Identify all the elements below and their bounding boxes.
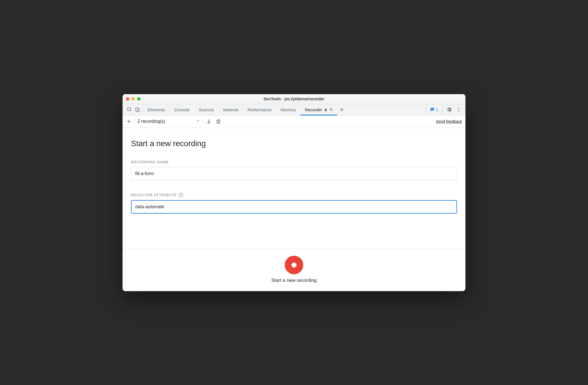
recordings-summary-label: 2 recording(s) (137, 119, 165, 124)
tab-recorder[interactable]: Recorder × (300, 104, 337, 115)
recordings-dropdown[interactable]: 2 recording(s) (137, 119, 200, 124)
delete-trash-icon[interactable] (216, 119, 221, 124)
device-toolbar-icon[interactable] (135, 107, 140, 112)
recording-name-input[interactable] (131, 167, 457, 180)
window-titlebar: DevTools - jec.fyi/demo/recorder (123, 94, 465, 104)
window-title: DevTools - jec.fyi/demo/recorder (123, 97, 465, 101)
recorder-toolbar: 2 recording(s) Send feedback (123, 116, 465, 128)
experiment-flask-icon (324, 108, 328, 112)
recorder-footer: Start a new recording (123, 249, 465, 291)
close-window-button[interactable] (126, 97, 129, 101)
more-tabs-icon[interactable] (339, 107, 344, 112)
help-icon[interactable]: ? (179, 193, 183, 197)
minimize-window-button[interactable] (132, 97, 135, 101)
start-recording-label: Start a new recording (271, 278, 317, 283)
inspect-element-icon[interactable] (127, 107, 132, 112)
start-recording-button[interactable] (285, 256, 303, 274)
export-download-icon[interactable] (206, 119, 212, 124)
kebab-menu-icon[interactable] (456, 107, 462, 112)
svg-rect-2 (137, 109, 139, 112)
recording-name-label: Recording Name (131, 160, 457, 164)
svg-point-5 (458, 109, 459, 110)
tab-performance[interactable]: Performance (243, 104, 276, 115)
window-controls (126, 97, 141, 101)
page-title: Start a new recording (131, 139, 457, 148)
close-tab-button[interactable]: × (329, 107, 333, 112)
send-feedback-link[interactable]: Send feedback (436, 119, 462, 124)
svg-point-6 (458, 111, 459, 112)
tab-console[interactable]: Console (170, 104, 194, 115)
issues-count: 1 (436, 107, 438, 112)
tab-memory[interactable]: Memory (276, 104, 300, 115)
svg-rect-3 (431, 109, 433, 110)
chevron-down-icon (196, 119, 200, 124)
issues-badge[interactable]: 1 (430, 107, 438, 112)
tab-elements[interactable]: Elements (143, 104, 170, 115)
svg-point-4 (458, 108, 459, 108)
maximize-window-button[interactable] (137, 97, 141, 101)
tab-sources[interactable]: Sources (194, 104, 219, 115)
selector-attribute-input[interactable] (131, 200, 457, 214)
new-recording-plus-icon[interactable] (126, 119, 132, 124)
devtools-window: DevTools - jec.fyi/demo/recorder Element… (123, 94, 465, 291)
tab-network[interactable]: Network (219, 104, 243, 115)
settings-gear-icon[interactable] (446, 107, 452, 112)
selector-attribute-label: Selector Attribute ? (131, 193, 457, 197)
devtools-tabbar: Elements Console Sources Network Perform… (123, 104, 465, 116)
recorder-content: Start a new recording Recording Name Sel… (123, 128, 465, 249)
record-dot-icon (291, 262, 297, 268)
